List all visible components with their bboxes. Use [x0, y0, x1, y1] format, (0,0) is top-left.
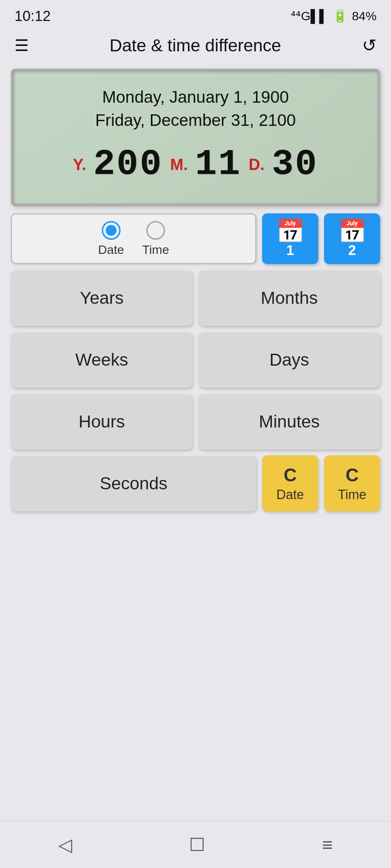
date1-display: Monday, January 1, 1900	[24, 85, 367, 109]
calendar1-num: 1	[286, 243, 294, 258]
menu-nav-icon[interactable]: ≡	[322, 834, 332, 855]
header: ☰ Date & time difference ↺	[0, 29, 391, 61]
date-radio-option[interactable]: Date	[98, 221, 124, 257]
signal-icon: ⁴⁴G▌▌	[291, 9, 328, 23]
mode-selector[interactable]: Date Time	[11, 213, 256, 264]
seconds-button[interactable]: Seconds	[11, 455, 256, 511]
date-radio-inner	[106, 225, 117, 236]
year-value: 200	[93, 146, 163, 183]
years-button[interactable]: Years	[11, 270, 193, 326]
home-nav-icon[interactable]: ☐	[189, 834, 205, 855]
battery-percent: 84%	[352, 9, 377, 23]
hours-minutes-row: Hours Minutes	[11, 393, 380, 450]
status-icons: ⁴⁴G▌▌ 🔋 84%	[291, 9, 377, 23]
history-icon[interactable]: ↺	[362, 35, 377, 55]
mode-row: Date Time 📅 1 📅 2	[11, 213, 380, 264]
clear-time-c: C	[345, 465, 358, 486]
battery-icon: 🔋	[332, 9, 348, 23]
status-bar: 10:12 ⁴⁴G▌▌ 🔋 84%	[0, 0, 391, 29]
months-button[interactable]: Months	[198, 270, 380, 326]
month-value: 11	[195, 146, 241, 183]
hamburger-icon[interactable]: ☰	[14, 36, 29, 55]
days-button[interactable]: Days	[198, 332, 380, 388]
app-title: Date & time difference	[109, 35, 281, 55]
back-nav-icon[interactable]: ◁	[58, 834, 72, 855]
clear-date-label: Date	[276, 487, 304, 502]
minutes-button[interactable]: Minutes	[198, 393, 380, 450]
display-panel: Monday, January 1, 1900 Friday, December…	[11, 69, 380, 206]
button-area: Date Time 📅 1 📅 2 Years Months Weeks Day…	[11, 213, 380, 511]
month-label: M.	[170, 156, 188, 174]
day-value: 30	[272, 146, 318, 183]
time-radio-circle[interactable]	[146, 221, 165, 240]
calendar2-button[interactable]: 📅 2	[324, 213, 380, 264]
calendar1-button[interactable]: 📅 1	[262, 213, 318, 264]
clear-date-c: C	[283, 465, 297, 486]
clear-time-button[interactable]: C Time	[324, 455, 380, 511]
clear-date-button[interactable]: C Date	[262, 455, 318, 511]
calendar1-icon: 📅	[276, 220, 305, 243]
status-time: 10:12	[14, 8, 51, 24]
day-label: D.	[249, 156, 265, 174]
date-radio-circle[interactable]	[102, 221, 121, 240]
seconds-clear-row: Seconds C Date C Time	[11, 455, 380, 511]
calendar2-num: 2	[348, 243, 356, 258]
calendar2-icon: 📅	[338, 220, 367, 243]
year-label: Y.	[73, 156, 86, 174]
hours-button[interactable]: Hours	[11, 393, 193, 450]
date-radio-label: Date	[98, 243, 124, 257]
bottom-nav: ◁ ☐ ≡	[0, 821, 391, 868]
date2-display: Friday, December 31, 2100	[24, 109, 367, 132]
weeks-button[interactable]: Weeks	[11, 332, 193, 388]
display-dates: Monday, January 1, 1900 Friday, December…	[24, 85, 367, 132]
weeks-days-row: Weeks Days	[11, 332, 380, 388]
clear-time-label: Time	[338, 487, 366, 502]
time-radio-option[interactable]: Time	[142, 221, 169, 257]
time-radio-label: Time	[142, 243, 169, 257]
display-result: Y. 200 M. 11 D. 30	[24, 146, 367, 183]
years-months-row: Years Months	[11, 270, 380, 326]
